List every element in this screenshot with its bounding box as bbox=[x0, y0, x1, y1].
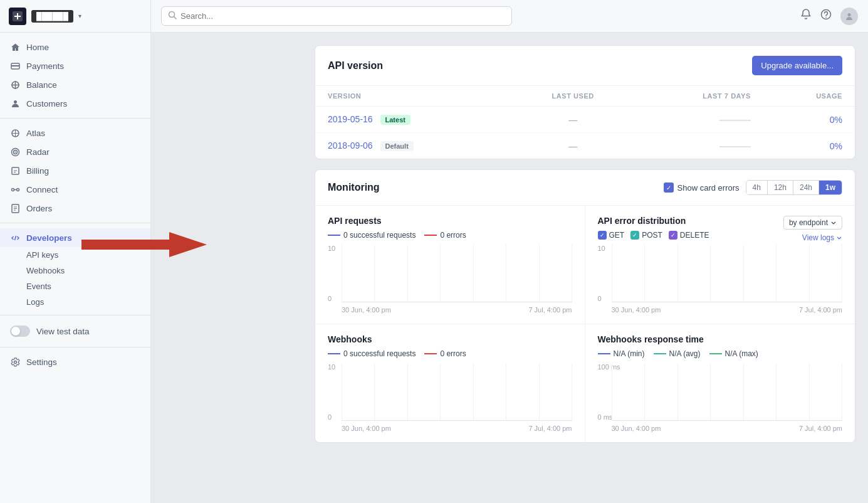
endpoint-select[interactable]: by endpoint bbox=[783, 216, 842, 230]
sidebar-item-orders[interactable]: Orders bbox=[0, 199, 150, 218]
api-error-title: API error distribution bbox=[598, 216, 709, 226]
svg-point-4 bbox=[14, 100, 17, 103]
sidebar-sub-events[interactable]: Events bbox=[26, 278, 150, 294]
user-avatar[interactable] bbox=[840, 8, 858, 25]
time-btn-24h[interactable]: 24h bbox=[793, 181, 819, 194]
search-bar[interactable] bbox=[161, 6, 512, 26]
version-link-1[interactable]: 2019-05-16 bbox=[328, 114, 373, 124]
endpoint-select-label: by endpoint bbox=[789, 218, 828, 227]
show-card-errors-checkbox[interactable]: ✓ bbox=[664, 183, 674, 193]
legend-line-blue-2 bbox=[328, 353, 340, 354]
legend-errors-label: 0 errors bbox=[440, 231, 466, 240]
brand-chevron[interactable]: ▾ bbox=[78, 13, 81, 19]
sidebar-item-customers[interactable]: Customers bbox=[0, 94, 150, 113]
last-7-days-2 bbox=[633, 133, 763, 159]
x-labels-1: 30 Jun, 4:00 pm 7 Jul, 4:00 pm bbox=[342, 306, 572, 314]
sidebar-sub-nav: API keys Webhooks Events Logs bbox=[0, 247, 150, 310]
toggle-knob bbox=[11, 327, 20, 336]
webhooks-response-title: Webhooks response time bbox=[598, 334, 843, 344]
api-error-chart: 10 0 30 Jun, 4:00 pm 7 Jul, 4:00 pm bbox=[598, 245, 843, 314]
check-post-label: POST bbox=[642, 231, 662, 240]
webhooks-title: Webhooks bbox=[328, 334, 572, 344]
view-logs-label: View logs bbox=[802, 233, 834, 242]
sidebar-item-atlas[interactable]: Atlas bbox=[0, 124, 150, 142]
check-box-post: ✓ bbox=[630, 231, 639, 240]
upgrade-button[interactable]: Upgrade available... bbox=[752, 56, 842, 75]
chart-content-2 bbox=[612, 245, 843, 302]
col-version: VERSION bbox=[315, 86, 513, 107]
webhooks-legend-successful: 0 successful requests bbox=[328, 349, 416, 358]
sidebar-item-developers-label: Developers bbox=[26, 233, 72, 243]
sidebar-nav: Home Payments Balance Customers Atlas bbox=[0, 33, 150, 376]
table-row: 2018-09-06 Default — 0% bbox=[315, 133, 855, 159]
monitoring-controls: ✓ Show card errors 4h 12h 24h 1w bbox=[664, 180, 842, 195]
x-labels-3: 30 Jun, 4:00 pm 7 Jul, 4:00 pm bbox=[342, 425, 572, 432]
sidebar-item-orders-label: Orders bbox=[26, 204, 52, 213]
api-requests-panel: API requests 0 successful requests 0 err… bbox=[315, 206, 585, 324]
check-box-get: ✓ bbox=[598, 231, 607, 240]
last-7-days-1 bbox=[633, 107, 763, 133]
help-icon[interactable] bbox=[820, 9, 832, 23]
legend-errors: 0 errors bbox=[424, 231, 466, 240]
sidebar-item-atlas-label: Atlas bbox=[26, 129, 45, 138]
nav-divider-1 bbox=[0, 118, 150, 119]
chart-content-4 bbox=[612, 363, 843, 421]
home-icon bbox=[10, 42, 20, 52]
sidebar-item-home[interactable]: Home bbox=[0, 38, 150, 56]
sidebar: ██████ ▾ Home Payments Balance Custome bbox=[0, 0, 151, 503]
monitoring-header: Monitoring ✓ Show card errors 4h 12h 24h… bbox=[315, 170, 855, 206]
y-bottom-4: 0 ms bbox=[598, 413, 613, 421]
brand-name[interactable]: ██████ bbox=[31, 10, 73, 23]
time-btn-1w[interactable]: 1w bbox=[819, 181, 842, 194]
response-legend-avg: N/A (avg) bbox=[654, 349, 701, 358]
sidebar-item-developers[interactable]: Developers bbox=[0, 228, 150, 247]
connect-icon bbox=[10, 184, 20, 194]
api-requests-legend: 0 successful requests 0 errors bbox=[328, 231, 572, 240]
webhooks-legend: 0 successful requests 0 errors bbox=[328, 349, 572, 358]
webhooks-legend-errors: 0 errors bbox=[424, 349, 466, 358]
sidebar-item-customers-label: Customers bbox=[26, 99, 67, 109]
sidebar-item-billing[interactable]: Billing bbox=[0, 161, 150, 180]
radar-icon bbox=[10, 147, 20, 157]
x-label-end-2: 7 Jul, 4:00 pm bbox=[799, 306, 842, 314]
sidebar-item-home-label: Home bbox=[26, 43, 49, 52]
sidebar-item-connect[interactable]: Connect bbox=[0, 180, 150, 199]
chart-content-1 bbox=[342, 245, 572, 302]
webhooks-successful-label: 0 successful requests bbox=[343, 349, 416, 358]
sidebar-sub-webhooks[interactable]: Webhooks bbox=[26, 263, 150, 278]
last-used-2: — bbox=[513, 133, 632, 159]
last-used-1: — bbox=[513, 107, 632, 133]
notifications-icon[interactable] bbox=[800, 9, 812, 23]
svg-point-15 bbox=[825, 17, 827, 18]
api-requests-chart: 10 0 30 Jun, 4:00 pm 7 Jul, 4:00 pm bbox=[328, 245, 572, 314]
toggle-switch[interactable] bbox=[10, 326, 30, 337]
usage-1: 0% bbox=[763, 107, 855, 133]
view-logs-link[interactable]: View logs bbox=[802, 233, 842, 242]
x-labels-4: 30 Jun, 4:00 pm 7 Jul, 4:00 pm bbox=[612, 425, 843, 432]
svg-point-10 bbox=[11, 188, 14, 191]
x-label-start-2: 30 Jun, 4:00 pm bbox=[612, 306, 661, 314]
sidebar-sub-api-keys[interactable]: API keys bbox=[26, 247, 150, 263]
version-table: VERSION LAST USED LAST 7 DAYS USAGE 2019… bbox=[315, 86, 855, 159]
version-link-2[interactable]: 2018-09-06 bbox=[328, 140, 373, 151]
sidebar-item-settings-label: Settings bbox=[26, 357, 57, 367]
time-btn-4h[interactable]: 4h bbox=[746, 181, 768, 194]
show-card-errors-text: Show card errors bbox=[677, 183, 740, 193]
sidebar-item-settings[interactable]: Settings bbox=[0, 352, 150, 371]
sidebar-sub-logs[interactable]: Logs bbox=[26, 294, 150, 310]
webhooks-panel: Webhooks 0 successful requests 0 errors … bbox=[315, 324, 585, 442]
webhooks-response-legend: N/A (min) N/A (avg) N/A (max) bbox=[598, 349, 843, 358]
legend-line-blue-3 bbox=[598, 353, 610, 354]
time-btn-12h[interactable]: 12h bbox=[768, 181, 793, 194]
view-test-data-label: View test data bbox=[36, 327, 90, 336]
view-test-data-toggle[interactable]: View test data bbox=[0, 320, 150, 342]
col-last-7-days: LAST 7 DAYS bbox=[633, 86, 763, 107]
sidebar-item-payments[interactable]: Payments bbox=[0, 56, 150, 75]
col-usage: USAGE bbox=[763, 86, 855, 107]
sidebar-item-balance[interactable]: Balance bbox=[0, 75, 150, 94]
sidebar-item-radar[interactable]: Radar bbox=[0, 142, 150, 161]
legend-line-green bbox=[709, 353, 722, 354]
show-card-errors-label[interactable]: ✓ Show card errors bbox=[664, 183, 740, 193]
search-input[interactable] bbox=[180, 11, 505, 21]
legend-line-red-2 bbox=[424, 353, 437, 354]
